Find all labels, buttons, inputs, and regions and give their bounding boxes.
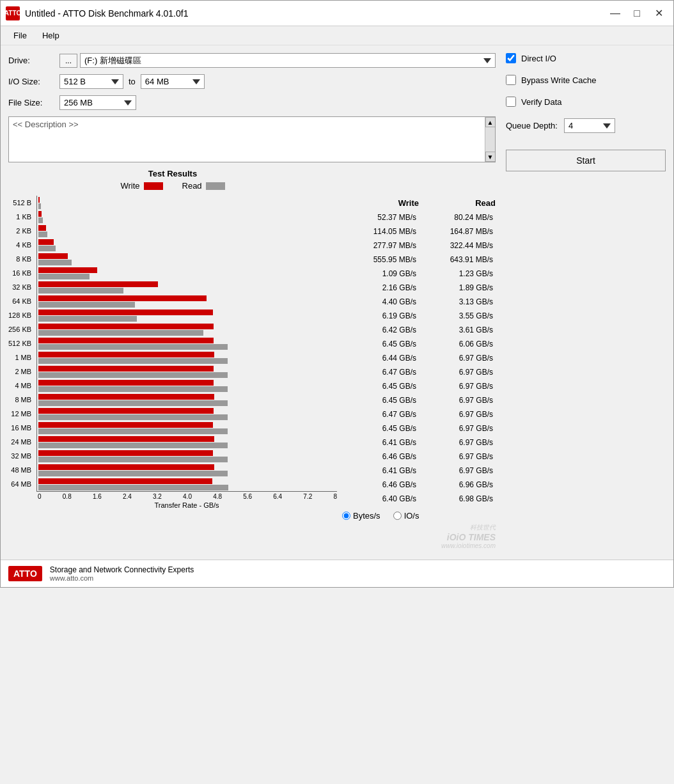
write-header: Write <box>342 198 419 208</box>
bar-pair <box>37 449 337 463</box>
bypass-write-cache-checkbox[interactable] <box>506 75 516 85</box>
results-data-row: 277.97 MB/s322.44 MB/s <box>342 239 496 253</box>
chart-and-results: Test Results Write Read 512 B1 KB2 KB4 K… <box>8 169 496 549</box>
radio-row: Bytes/s IO/s <box>342 511 496 521</box>
read-value: 6.97 GB/s <box>419 410 496 419</box>
results-data-row: 6.46 GB/s6.96 GB/s <box>342 478 496 492</box>
queue-depth-row: Queue Depth: 4 <box>506 118 666 133</box>
bypass-write-cache-label[interactable]: Bypass Write Cache <box>521 75 597 85</box>
results-data-row: 555.95 MB/s643.91 MB/s <box>342 253 496 267</box>
x-axis-tick: 4.0 <box>183 493 192 500</box>
read-value: 6.97 GB/s <box>419 424 496 433</box>
write-value: 6.45 GB/s <box>342 382 419 391</box>
results-section: Write Read 52.37 MB/s80.24 MB/s114.05 MB… <box>342 198 496 506</box>
chart-container: 512 B1 KB2 KB4 KB8 KB16 KB32 KB64 KB128 … <box>8 196 337 509</box>
bar-read <box>38 288 123 294</box>
write-value: 6.44 GB/s <box>342 354 419 363</box>
legend-read-color <box>206 182 225 190</box>
results-data-row: 6.41 GB/s6.97 GB/s <box>342 464 496 478</box>
bar-pair <box>37 224 337 238</box>
bar-pair <box>37 252 337 266</box>
verify-data-label[interactable]: Verify Data <box>521 97 562 107</box>
bar-read <box>38 485 228 490</box>
file-size-select[interactable]: 256 MB <box>59 95 136 110</box>
results-data-row: 6.45 GB/s6.97 GB/s <box>342 379 496 393</box>
description-scrollbar[interactable]: ▲ ▼ <box>485 117 495 162</box>
queue-depth-select[interactable]: 4 <box>564 118 615 133</box>
chart-bars-column <box>36 196 337 492</box>
drive-select[interactable]: (F:) 新增磁碟區 <box>80 53 496 68</box>
drive-browse-button[interactable]: ... <box>59 54 77 68</box>
io-size-to-select[interactable]: 64 MB <box>141 74 205 89</box>
read-value: 6.98 GB/s <box>419 494 496 503</box>
read-value: 322.44 MB/s <box>419 241 496 250</box>
legend-read-label: Read <box>182 181 202 191</box>
chart-title: Test Results <box>8 169 337 178</box>
scroll-up-arrow[interactable]: ▲ <box>485 117 496 127</box>
read-value: 164.87 MB/s <box>419 227 496 236</box>
chart-row-label: 32 MB <box>11 449 34 463</box>
direct-io-label[interactable]: Direct I/O <box>521 54 556 63</box>
bar-write <box>38 267 97 273</box>
results-wrapper: Write Read 52.37 MB/s80.24 MB/s114.05 MB… <box>342 169 496 549</box>
maximize-button[interactable]: □ <box>627 4 647 22</box>
read-value: 3.55 GB/s <box>419 311 496 320</box>
write-value: 6.47 GB/s <box>342 368 419 377</box>
write-value: 6.19 GB/s <box>342 311 419 320</box>
bar-pair <box>37 463 337 477</box>
start-button[interactable]: Start <box>506 150 666 171</box>
close-button[interactable]: ✕ <box>649 4 668 22</box>
menu-file[interactable]: File <box>6 28 35 43</box>
minimize-button[interactable]: — <box>606 4 625 22</box>
results-data-row: 114.05 MB/s164.87 MB/s <box>342 224 496 239</box>
chart-row-label: 8 MB <box>15 393 34 407</box>
scroll-down-arrow[interactable]: ▼ <box>485 152 496 162</box>
bar-read <box>38 246 56 251</box>
watermark-iOiO: iOiO <box>447 532 468 542</box>
write-value: 6.45 GB/s <box>342 424 419 433</box>
x-axis-tick: 4.8 <box>213 493 222 500</box>
bar-write <box>38 478 212 484</box>
description-text: << Description >> <box>13 120 79 129</box>
bar-write <box>38 338 214 343</box>
read-header: Read <box>419 198 496 208</box>
results-data-row: 6.45 GB/s6.06 GB/s <box>342 337 496 351</box>
write-value: 52.37 MB/s <box>342 213 419 222</box>
bar-write <box>38 211 42 217</box>
write-value: 6.40 GB/s <box>342 494 419 503</box>
bar-read <box>38 372 228 378</box>
write-value: 4.40 GB/s <box>342 297 419 306</box>
file-size-label: File Size: <box>8 98 59 107</box>
direct-io-checkbox[interactable] <box>506 53 516 63</box>
left-panel: Drive: ... (F:) 新增磁碟區 I/O Size: 512 B to… <box>8 53 496 549</box>
bypass-write-cache-row: Bypass Write Cache <box>506 75 666 85</box>
title-bar: ATTO Untitled - ATTO Disk Benchmark 4.01… <box>1 1 673 26</box>
read-value: 3.13 GB/s <box>419 297 496 306</box>
bar-read <box>38 274 90 279</box>
bar-write <box>38 394 214 400</box>
results-header: Write Read <box>342 198 496 210</box>
bar-write <box>38 380 214 386</box>
bar-read <box>38 231 47 237</box>
read-value: 3.61 GB/s <box>419 325 496 334</box>
legend-read: Read <box>182 181 225 191</box>
io-size-from-select[interactable]: 512 B <box>59 74 123 89</box>
main-content: Drive: ... (F:) 新增磁碟區 I/O Size: 512 B to… <box>1 45 673 557</box>
results-data-row: 1.09 GB/s1.23 GB/s <box>342 267 496 281</box>
chart-row-label: 64 KB <box>12 294 34 308</box>
atto-url: www.atto.com <box>50 574 194 582</box>
chart-row-label: 24 MB <box>11 435 34 449</box>
atto-tagline: Storage and Network Connectivity Experts <box>50 565 194 574</box>
bar-read <box>38 400 228 406</box>
read-value: 6.97 GB/s <box>419 452 496 461</box>
bytes-per-sec-radio[interactable]: Bytes/s <box>342 511 380 521</box>
bytes-per-sec-label: Bytes/s <box>353 511 380 521</box>
x-axis-tick: 0.8 <box>63 493 72 500</box>
menu-help[interactable]: Help <box>35 28 67 43</box>
io-per-sec-radio[interactable]: IO/s <box>393 511 419 521</box>
verify-data-checkbox[interactable] <box>506 97 516 107</box>
bar-read <box>38 302 135 308</box>
bar-pair <box>37 266 337 280</box>
chart-row-label: 8 KB <box>16 252 34 266</box>
x-axis-tick: 8 <box>333 493 337 500</box>
